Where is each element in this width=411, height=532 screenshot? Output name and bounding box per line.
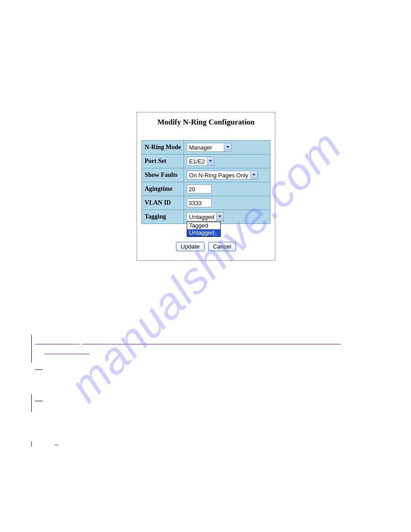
decorative-line: [35, 369, 43, 370]
label-tagging: Tagging: [142, 210, 184, 224]
select-show-faults[interactable]: On N-Ring Pages Only: [187, 171, 257, 180]
decorative-bar: [31, 394, 32, 412]
decorative-bar: [31, 441, 32, 446]
row-show-faults: Show Faults On N-Ring Pages Only: [142, 168, 270, 182]
chevron-down-icon: [216, 213, 223, 221]
panel-title: Modify N-Ring Configuration: [137, 112, 275, 140]
decorative-line: [81, 344, 341, 344]
decorative-line: [55, 445, 58, 445]
row-tagging: Tagging Untagged Tagged Untagged: [142, 210, 270, 224]
tagging-option-tagged[interactable]: Tagged: [187, 222, 220, 229]
label-nring-mode: N-Ring Mode: [142, 141, 184, 154]
decorative-line: [45, 354, 90, 354]
decorative-bar: [31, 335, 32, 363]
config-table: N-Ring Mode Manager Port Set E1/E2: [141, 140, 270, 224]
svg-marker-1: [209, 160, 212, 162]
row-port-set: Port Set E1/E2: [142, 154, 270, 168]
row-agingtime: Agingtime: [142, 182, 270, 196]
decorative-line: [35, 401, 43, 401]
select-tagging-value: Untagged: [187, 214, 216, 220]
select-port-set-value: E1/E2: [187, 158, 206, 165]
label-port-set: Port Set: [142, 154, 184, 168]
svg-marker-2: [252, 174, 256, 176]
svg-marker-3: [218, 215, 222, 218]
label-show-faults: Show Faults: [142, 168, 184, 182]
row-vlan-id: VLAN ID: [142, 196, 270, 210]
svg-marker-0: [226, 146, 230, 148]
chevron-down-icon: [207, 157, 214, 165]
select-tagging[interactable]: Untagged: [187, 212, 223, 221]
decorative-line: [35, 344, 80, 344]
tagging-option-untagged[interactable]: Untagged: [187, 229, 220, 236]
row-nring-mode: N-Ring Mode Manager: [142, 141, 270, 154]
input-vlan-id[interactable]: [187, 198, 212, 207]
modify-nring-config-panel: Modify N-Ring Configuration N-Ring Mode …: [137, 112, 275, 261]
select-nring-mode-value: Manager: [187, 144, 224, 151]
chevron-down-icon: [250, 171, 257, 179]
select-nring-mode[interactable]: Manager: [187, 143, 231, 152]
input-agingtime[interactable]: [187, 184, 212, 193]
label-vlan-id: VLAN ID: [142, 196, 184, 210]
cancel-button[interactable]: Cancel: [208, 242, 236, 251]
select-port-set[interactable]: E1/E2: [187, 157, 214, 166]
tagging-dropdown-list[interactable]: Tagged Untagged: [187, 222, 221, 237]
button-row: Update Cancel: [137, 242, 275, 251]
chevron-down-icon: [224, 143, 231, 151]
update-button[interactable]: Update: [176, 242, 205, 251]
label-agingtime: Agingtime: [142, 182, 184, 196]
select-show-faults-value: On N-Ring Pages Only: [187, 172, 250, 179]
